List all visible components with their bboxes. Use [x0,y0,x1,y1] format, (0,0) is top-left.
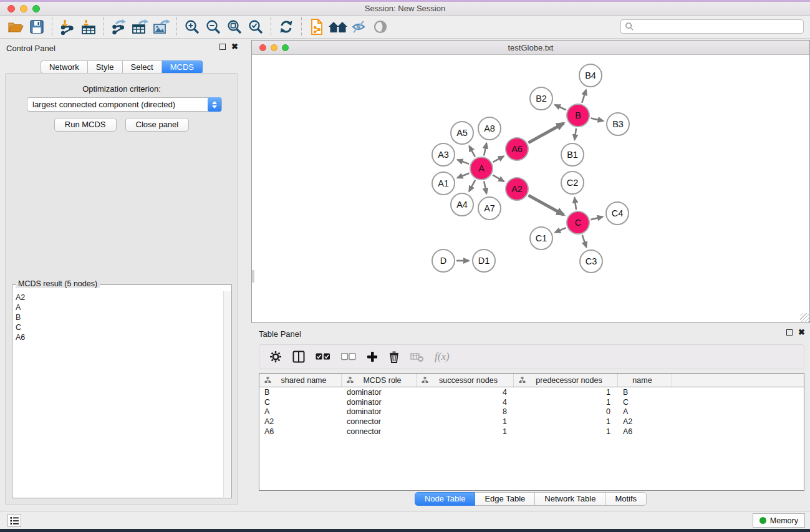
graph-node-B3[interactable]: B3 [606,112,630,136]
column-header-name[interactable]: name [618,374,672,387]
tab-network[interactable]: Network [41,60,88,74]
hide-panels-button[interactable] [349,17,370,37]
table-row[interactable]: Bdominator41B [259,387,804,397]
open-session-button[interactable] [5,17,26,37]
delete-columns-button[interactable] [388,349,400,364]
column-header-shared-name[interactable]: shared name [259,374,342,387]
table-cell-predecessor[interactable]: 0 [514,407,618,416]
graph-node-B1[interactable]: B1 [561,143,584,167]
table-cell-name[interactable]: A6 [618,427,672,436]
refresh-layout-button[interactable] [276,17,297,37]
tab-edge-table[interactable]: Edge Table [475,492,535,506]
result-list-item[interactable]: A2 [16,293,223,302]
network-close-button[interactable] [259,44,266,51]
table-cell-mcds_role[interactable]: dominator [342,398,417,407]
table-cell-successor[interactable]: 1 [417,417,514,426]
zoom-selected-button[interactable] [245,17,266,37]
show-panel-button[interactable] [370,17,391,37]
graph-node-B4[interactable]: B4 [579,64,602,87]
graph-node-D[interactable]: D [432,249,455,273]
close-panel-button[interactable]: Close panel [125,118,190,132]
table-cell-successor[interactable]: 4 [417,388,514,397]
graph-node-A[interactable]: A [470,157,493,180]
table-cell-name[interactable]: A [618,407,672,416]
graph-node-A2[interactable]: A2 [505,177,529,201]
network-zoom-button[interactable] [282,44,289,51]
search-input[interactable] [634,21,803,32]
column-header-mcds-role[interactable]: MCDS role [342,374,417,387]
window-resize-grip[interactable] [800,313,809,322]
table-cell-predecessor[interactable]: 1 [514,417,618,426]
graph-node-A1[interactable]: A1 [432,172,455,195]
zoom-fit-button[interactable] [224,17,245,37]
result-list-item[interactable]: A6 [16,332,223,342]
table-cell-shared_name[interactable]: A6 [259,427,342,436]
float-panel-icon[interactable] [219,44,226,50]
select-all-button[interactable] [316,349,330,364]
clone-network-button[interactable] [306,17,327,37]
tab-network-table[interactable]: Network Table [535,492,605,506]
mcds-result-list[interactable]: A2ABCA6 [13,291,223,497]
criterion-dropdown[interactable]: largest connected component (directed) [27,97,222,112]
result-list-item[interactable]: C [16,322,223,332]
zoom-in-button[interactable] [181,17,203,37]
table-cell-predecessor[interactable]: 1 [514,398,618,407]
table-cell-mcds_role[interactable]: dominator [342,388,417,397]
graph-node-A5[interactable]: A5 [450,121,474,145]
table-cell-name[interactable]: B [618,388,672,397]
tab-node-table[interactable]: Node Table [415,492,476,506]
table-row[interactable]: A2connector11A2 [259,417,804,427]
run-mcds-button[interactable]: Run MCDS [54,118,117,132]
table-cell-shared_name[interactable]: A [259,407,342,416]
add-column-button[interactable] [367,349,378,364]
table-cell-successor[interactable]: 8 [417,407,514,416]
export-image-button[interactable] [151,17,172,37]
tab-motifs[interactable]: Motifs [605,492,647,506]
table-cell-name[interactable]: A2 [618,417,672,426]
network-minimize-button[interactable] [271,44,277,51]
tab-select[interactable]: Select [123,60,162,74]
search-field[interactable] [620,19,804,34]
column-header-successor-nodes[interactable]: successor nodes [417,374,514,387]
table-cell-mcds_role[interactable]: dominator [342,407,417,416]
close-panel-icon[interactable]: ✖ [798,329,805,336]
table-cell-shared_name[interactable]: A2 [259,417,342,426]
table-cell-shared_name[interactable]: B [259,388,342,397]
function-builder-button[interactable]: f(x) [435,349,450,364]
table-cell-shared_name[interactable]: C [259,398,342,407]
network-canvas[interactable]: B4B2BB3A8A5A6A3B1AC2A1A2A4A7C4CC1C3DD1 [252,55,809,322]
graph-node-B[interactable]: B [566,104,590,127]
result-list-scrollbar[interactable] [223,291,231,497]
graph-node-C[interactable]: C [566,211,590,235]
table-cell-mcds_role[interactable]: connector [342,417,417,426]
table-cell-successor[interactable]: 1 [417,427,514,436]
graph-node-D1[interactable]: D1 [472,249,496,273]
table-cell-successor[interactable]: 4 [417,398,514,407]
task-history-button[interactable] [7,514,21,527]
graph-node-C1[interactable]: C1 [529,226,553,250]
graph-node-C4[interactable]: C4 [605,201,629,225]
graph-node-A3[interactable]: A3 [432,143,455,167]
export-network-button[interactable] [108,17,130,37]
table-row[interactable]: Cdominator41C [259,397,804,407]
home-button[interactable] [327,17,349,37]
table-cell-mcds_role[interactable]: connector [342,427,417,436]
import-table-button[interactable] [78,17,99,37]
show-columns-button[interactable] [292,349,305,364]
close-panel-icon[interactable]: ✖ [231,44,238,50]
table-cell-name[interactable]: C [618,398,672,407]
graph-node-A7[interactable]: A7 [478,196,501,220]
column-header-predecessor-nodes[interactable]: predecessor nodes [514,374,618,387]
zoom-out-button[interactable] [203,17,224,37]
tab-style[interactable]: Style [88,60,123,74]
result-list-item[interactable]: A [16,302,223,312]
graph-node-B2[interactable]: B2 [529,87,553,110]
splitter-handle[interactable] [252,270,254,283]
save-session-button[interactable] [26,17,47,37]
deselect-all-button[interactable] [341,349,356,364]
delete-table-button[interactable] [410,349,424,364]
table-row[interactable]: A6connector11A6 [259,427,804,437]
graph-node-C2[interactable]: C2 [561,171,584,195]
tab-mcds[interactable]: MCDS [162,60,203,74]
export-table-button[interactable] [130,17,151,37]
